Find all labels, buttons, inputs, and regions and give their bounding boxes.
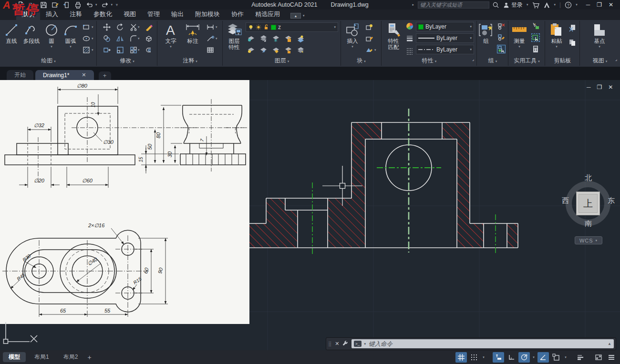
explode-icon[interactable] [145, 34, 153, 43]
color-wheel-icon[interactable] [405, 22, 414, 30]
file-tab-drawing1[interactable]: Drawing1* ✕ [35, 70, 94, 80]
snap-dropdown-icon[interactable]: ▾ [481, 355, 486, 359]
layer-lock-icon[interactable] [284, 34, 292, 43]
autodesk-dropdown-icon[interactable]: ▾ [554, 3, 556, 7]
tab-close-icon[interactable]: ✕ [82, 72, 86, 78]
polar-tracking-toggle[interactable] [518, 352, 530, 363]
polyline-button[interactable]: 多段线 [19, 22, 44, 44]
viewcube-west[interactable]: 西 [562, 196, 569, 205]
offset-icon[interactable] [145, 46, 153, 54]
array-icon[interactable] [129, 46, 138, 54]
leader-icon[interactable] [206, 34, 215, 43]
layer-freeze-icon[interactable] [271, 34, 280, 43]
layer-prev-icon[interactable] [259, 46, 268, 54]
panel-draw-label[interactable]: 绘图▾ [0, 57, 97, 66]
lineweight-list-icon[interactable] [405, 34, 414, 43]
layer-dropdown-caret[interactable]: ▾ [334, 25, 336, 29]
panel-block-label[interactable]: 块▾ [341, 57, 382, 66]
paste-dropdown-icon[interactable]: ▾ [547, 45, 566, 49]
panel-clipboard-label[interactable]: 剪贴板 [545, 57, 580, 66]
layer-merge-icon[interactable] [296, 46, 305, 54]
hatch-tool-icon[interactable] [82, 46, 91, 54]
save-icon[interactable] [40, 1, 47, 9]
ribbon-tab-view[interactable]: 视图 [118, 9, 142, 20]
dwg-minimize-icon[interactable]: ─ [587, 84, 591, 91]
ribbon-tab-annotate[interactable]: 注释 [64, 9, 88, 20]
panel-annotate-label[interactable]: 注释▾ [157, 57, 223, 66]
erase-icon[interactable] [145, 23, 153, 31]
arc-dropdown-icon[interactable]: ▾ [60, 45, 81, 49]
fillet-icon[interactable] [129, 34, 138, 43]
object-color-dropdown[interactable]: ByLayer ▾ [416, 22, 474, 31]
ribbon-tab-parametric[interactable]: 参数化 [88, 9, 118, 20]
panel-view-label[interactable]: 视图▾⌟ [580, 57, 620, 66]
viewcube-east[interactable]: 东 [608, 196, 615, 205]
undo-icon[interactable] [86, 1, 93, 9]
text-button[interactable]: A 文字 ▾ [161, 22, 180, 49]
dimension-button[interactable]: 标注 [182, 22, 203, 44]
circle-dropdown-icon[interactable]: ▾ [43, 45, 60, 49]
match-properties-button[interactable]: 特性匹配 [383, 22, 403, 51]
ribbon-tab-insert[interactable]: 插入 [40, 9, 64, 20]
ribbon-tab-featured[interactable]: 精选应用 [249, 9, 286, 20]
linear-dim-icon[interactable] [206, 23, 215, 31]
insert-block-button[interactable]: 插入 ▾ [343, 22, 362, 49]
trim-icon[interactable] [129, 23, 138, 31]
ribbon-tab-collaborate[interactable]: 协作 [226, 9, 249, 20]
object-snap-toggle[interactable] [550, 352, 562, 363]
undo-dropdown-icon[interactable]: ▾ [95, 3, 97, 7]
sign-in-button[interactable]: 登录 [503, 1, 523, 9]
ribbon-collapse-button[interactable]: ▲▾ [290, 13, 305, 19]
command-line-dock[interactable]: ⣿ ✕ >_ ▾ ▲ [326, 337, 616, 350]
edit-block-icon[interactable] [365, 34, 373, 43]
linetype-list-icon[interactable] [405, 47, 414, 55]
help-icon[interactable]: ? [565, 1, 572, 9]
layout1-tab[interactable]: 布局1 [29, 352, 55, 362]
paste-button[interactable]: 粘贴 ▾ [547, 22, 566, 49]
select-similar-icon[interactable] [531, 33, 540, 42]
layer-isolate-icon[interactable] [259, 34, 268, 43]
layout2-tab[interactable]: 布局2 [58, 352, 84, 362]
new-tab-button[interactable]: + [99, 71, 111, 80]
ribbon-tab-manage[interactable]: 管理 [142, 9, 165, 20]
cmd-wrench-icon[interactable] [342, 341, 349, 347]
viewcube-south[interactable]: 南 [585, 219, 592, 228]
arc-button[interactable]: 圆弧 ▾ [60, 22, 81, 49]
command-input[interactable] [369, 341, 605, 347]
redo-dropdown-icon[interactable]: ▾ [111, 3, 113, 7]
drawing-canvas[interactable]: ∅80 10 ∅32 ∅30 ∅20 ∅60 [0, 80, 620, 350]
ungroup-icon[interactable] [497, 22, 506, 30]
panel-layers-label[interactable]: 图层▾ [223, 57, 341, 66]
linetype-dropdown[interactable]: ByLayer ▾ [416, 45, 474, 54]
view-dialog-launcher-icon[interactable]: ⌟ [615, 57, 617, 61]
polar-dropdown-icon[interactable]: ▾ [531, 355, 536, 359]
layer-off-icon[interactable] [247, 34, 255, 43]
lineweight-display-toggle[interactable] [575, 352, 586, 363]
redo-icon[interactable] [102, 1, 109, 9]
restore-button[interactable]: ❐ [597, 1, 602, 8]
copy-clip-icon[interactable] [568, 38, 577, 47]
mirror-icon[interactable] [116, 34, 124, 43]
model-space-view[interactable] [249, 80, 620, 350]
cmd-close-icon[interactable]: ✕ [335, 341, 339, 347]
close-button[interactable]: ✕ [609, 1, 613, 8]
plot-icon[interactable] [74, 1, 82, 9]
layer-match-icon[interactable] [247, 46, 255, 54]
base-view-button[interactable]: 基点 ▾ [589, 22, 610, 49]
base-view-dropdown-icon[interactable]: ▾ [589, 45, 610, 49]
osnap-dropdown-icon[interactable]: ▾ [563, 355, 568, 359]
text-dropdown-icon[interactable]: ▾ [161, 45, 180, 49]
file-tab-start[interactable]: 开始 [7, 70, 33, 80]
viewcube[interactable]: 北 西 东 南 上 [566, 175, 610, 232]
clean-screen-toggle[interactable] [593, 352, 604, 363]
insert-dropdown-icon[interactable]: ▾ [343, 45, 362, 49]
quick-calc-icon[interactable] [531, 45, 540, 53]
scale-icon[interactable] [116, 46, 124, 54]
transfer-icon[interactable] [63, 1, 70, 9]
cut-icon[interactable] [568, 24, 577, 32]
ribbon-tab-output[interactable]: 输出 [165, 9, 189, 20]
lineweight-dropdown[interactable]: ByLayer ▾ [416, 33, 474, 43]
customization-menu[interactable] [606, 352, 617, 363]
cmd-grip-handle[interactable]: ⣿ [328, 342, 332, 346]
measure-button[interactable]: 测量 ▾ [509, 22, 529, 49]
